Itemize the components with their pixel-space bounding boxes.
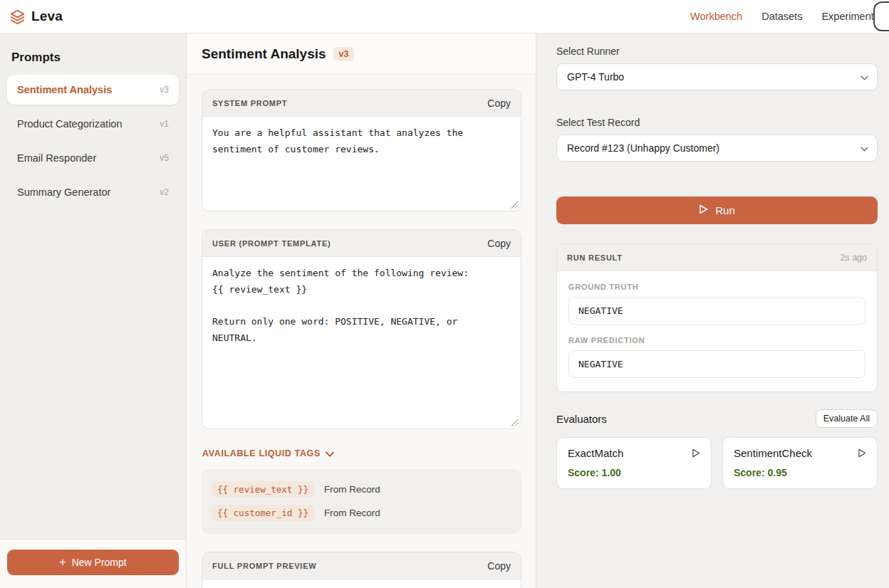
prompt-titlebar: Sentiment Analysis v3 <box>187 33 536 75</box>
test-record-select-value: Record #123 (Unhappy Customer) <box>567 142 719 154</box>
chevron-down-icon <box>861 142 868 154</box>
runner-panel: Select Runner GPT-4 Turbo Select Test Re… <box>536 33 889 588</box>
evaluator-score: Score: 1.00 <box>568 467 700 478</box>
app-title: Leva <box>31 9 63 24</box>
resize-handle-icon[interactable] <box>511 419 519 426</box>
run-evaluator-play-icon[interactable] <box>858 448 866 458</box>
evaluator-card-exactmatch: ExactMatch Score: 1.00 <box>556 437 712 489</box>
liquid-tag-source: From Record <box>324 508 380 518</box>
evaluator-score: Score: 0.95 <box>734 467 866 478</box>
top-nav: Workbench Datasets Experiments <box>690 11 882 22</box>
new-prompt-button[interactable]: + New Prompt <box>7 550 179 575</box>
copy-system-prompt-button[interactable]: Copy <box>487 98 511 109</box>
prompt-item-label: Product Categorization <box>17 118 123 130</box>
evaluator-name: ExactMatch <box>568 447 623 459</box>
new-prompt-label: New Prompt <box>72 557 127 568</box>
select-runner-label: Select Runner <box>556 46 878 57</box>
liquid-tag-chip[interactable]: {{ customer_id }} <box>212 505 314 521</box>
version-badge: v3 <box>333 47 355 61</box>
layers-logo-icon <box>10 9 25 24</box>
user-template-body: Analyze the sentiment of the following r… <box>202 257 521 429</box>
play-icon <box>699 204 708 216</box>
evaluators-header-row: Evaluators Evaluate All <box>556 409 878 428</box>
top-header: Leva Workbench Datasets Experiments <box>0 0 889 33</box>
nav-experiments[interactable]: Experiments <box>821 11 879 22</box>
sidebar-item-product-categorization[interactable]: Product Categorization v1 <box>7 109 179 139</box>
run-result-header: RUN RESULT 2s ago <box>557 244 877 271</box>
sidebar-footer: + New Prompt <box>0 539 186 588</box>
app-window: Leva Workbench Datasets Experiments Prom… <box>0 0 889 588</box>
run-button[interactable]: Run <box>556 196 878 224</box>
run-result-card: RUN RESULT 2s ago GROUND TRUTH NEGATIVE … <box>556 243 878 392</box>
user-template-label: USER (PROMPT TEMPLATE) <box>212 239 331 248</box>
raw-prediction-label: RAW PREDICTION <box>568 336 865 345</box>
liquid-tags-toggle[interactable]: AVAILABLE LIQUID TAGS <box>202 447 521 460</box>
evaluator-name: SentimentCheck <box>734 447 812 459</box>
full-prompt-preview-panel: FULL PROMPT PREVIEW Copy <box>202 552 521 588</box>
evaluators-grid: ExactMatch Score: 1.00 SentimentCheck <box>556 437 878 489</box>
prompt-item-label: Email Responder <box>17 152 96 164</box>
prompt-item-label: Summary Generator <box>17 187 110 198</box>
nav-workbench[interactable]: Workbench <box>690 11 742 22</box>
full-prompt-preview-body <box>202 579 521 588</box>
full-prompt-preview-header: FULL PROMPT PREVIEW Copy <box>202 552 521 579</box>
run-evaluator-play-icon[interactable] <box>692 448 700 458</box>
page-title: Sentiment Analysis <box>202 46 326 62</box>
resize-handle-icon[interactable] <box>511 201 519 209</box>
system-prompt-label: SYSTEM PROMPT <box>212 99 287 107</box>
liquid-tag-source: From Record <box>324 484 380 495</box>
liquid-tags-title: AVAILABLE LIQUID TAGS <box>202 448 321 458</box>
ground-truth-value: NEGATIVE <box>568 297 865 325</box>
raw-prediction-value: NEGATIVE <box>568 350 865 378</box>
copy-full-preview-button[interactable]: Copy <box>487 560 511 572</box>
evaluators-title: Evaluators <box>556 413 607 425</box>
clipped-edge-shape <box>873 1 889 31</box>
sidebar-item-summary-generator[interactable]: Summary Generator v2 <box>7 177 179 207</box>
ground-truth-label: GROUND TRUTH <box>568 283 865 291</box>
liquid-tags-box: {{ review_text }} From Record {{ custome… <box>202 469 521 534</box>
prompts-sidebar: Prompts Sentiment Analysis v3 Product Ca… <box>0 33 187 588</box>
liquid-tag-row: {{ customer_id }} From Record <box>212 501 511 525</box>
brand: Leva <box>10 9 63 24</box>
system-prompt-header: SYSTEM PROMPT Copy <box>202 90 521 117</box>
select-record-label: Select Test Record <box>556 117 878 128</box>
prompt-item-label: Sentiment Analysis <box>17 84 112 95</box>
plus-icon: + <box>59 557 66 568</box>
test-record-select[interactable]: Record #123 (Unhappy Customer) <box>556 135 878 162</box>
run-result-body: GROUND TRUTH NEGATIVE RAW PREDICTION NEG… <box>557 271 877 392</box>
prompt-item-version: v2 <box>160 187 169 197</box>
run-result-label: RUN RESULT <box>567 253 623 262</box>
prompt-item-version: v1 <box>160 119 169 129</box>
prompt-item-version: v5 <box>160 153 169 163</box>
system-prompt-body: You are a helpful assistant that analyze… <box>202 117 521 211</box>
full-prompt-preview-label: FULL PROMPT PREVIEW <box>212 562 316 570</box>
prompt-item-version: v3 <box>160 85 169 95</box>
sidebar-item-email-responder[interactable]: Email Responder v5 <box>7 143 179 173</box>
prompt-editor-column: Sentiment Analysis v3 SYSTEM PROMPT Copy… <box>187 33 536 588</box>
nav-datasets[interactable]: Datasets <box>761 11 802 22</box>
prompt-list: Sentiment Analysis v3 Product Categoriza… <box>0 75 186 539</box>
liquid-tag-row: {{ review_text }} From Record <box>212 478 511 501</box>
user-template-panel: USER (PROMPT TEMPLATE) Copy Analyze the … <box>202 229 521 429</box>
sidebar-item-sentiment-analysis[interactable]: Sentiment Analysis v3 <box>7 75 179 105</box>
sidebar-title: Prompts <box>0 33 186 75</box>
runner-select-value: GPT-4 Turbo <box>567 71 624 83</box>
evaluate-all-button[interactable]: Evaluate All <box>816 409 878 428</box>
chevron-down-icon <box>326 447 334 460</box>
evaluator-card-sentimentcheck: SentimentCheck Score: 0.95 <box>722 437 878 489</box>
chevron-down-icon <box>861 71 868 83</box>
prompt-editor-scroll: SYSTEM PROMPT Copy You are a helpful ass… <box>187 75 536 588</box>
run-button-label: Run <box>715 204 735 216</box>
run-result-timestamp: 2s ago <box>840 253 867 263</box>
user-template-textarea[interactable]: Analyze the sentiment of the following r… <box>202 257 521 355</box>
user-template-header: USER (PROMPT TEMPLATE) Copy <box>202 230 521 257</box>
liquid-tag-chip[interactable]: {{ review_text }} <box>212 481 314 498</box>
runner-select[interactable]: GPT-4 Turbo <box>556 63 878 90</box>
system-prompt-textarea[interactable]: You are a helpful assistant that analyze… <box>202 117 521 167</box>
copy-user-template-button[interactable]: Copy <box>487 238 511 249</box>
system-prompt-panel: SYSTEM PROMPT Copy You are a helpful ass… <box>202 89 521 211</box>
